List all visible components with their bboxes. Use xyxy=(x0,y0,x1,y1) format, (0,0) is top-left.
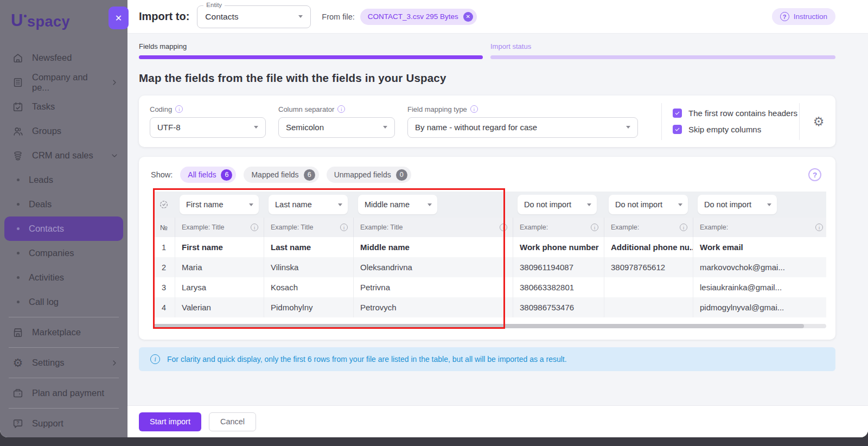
auto-mapping-icon xyxy=(158,199,169,210)
start-import-button[interactable]: Start import xyxy=(139,412,201,431)
chevron-down-icon xyxy=(587,203,591,206)
checkbox-checked-icon xyxy=(673,109,682,118)
info-icon[interactable]: i xyxy=(470,105,478,113)
sidebar-crm-subnav: LeadsDealsContactsCompaniesActivitiesCal… xyxy=(0,168,127,314)
filter-row: Show: All fields6Mapped fields6Unmapped … xyxy=(151,167,835,183)
tab-import-status[interactable]: Import status xyxy=(490,42,835,59)
info-banner-text: For clarity and quick display, only the … xyxy=(167,355,567,364)
mapping-select-4[interactable]: Do not import xyxy=(518,195,597,214)
sidebar-item-marketplace[interactable]: Marketplace xyxy=(0,320,127,345)
help-icon[interactable]: ? xyxy=(808,168,821,181)
table-header-row: №Example: TitleiExample: TitleiExample: … xyxy=(153,218,826,237)
sidebar-item-support[interactable]: ?Support xyxy=(0,411,127,436)
example-header: Example: Titlei xyxy=(353,218,513,237)
checkbox-skip-empty-columns[interactable]: Skip empty columns xyxy=(673,125,797,134)
example-header-label: Example: xyxy=(611,224,639,231)
sidebar-item-leads[interactable]: Leads xyxy=(0,168,127,192)
sidebar-item-label: Tasks xyxy=(32,101,55,112)
filter-chip-unmapped-fields[interactable]: Unmapped fields0 xyxy=(327,167,411,183)
row-number: 3 xyxy=(153,277,175,297)
page-title: Import to: xyxy=(139,10,189,23)
chevron-down-icon xyxy=(249,203,253,206)
sidebar-item-company-and-pe[interactable]: Company and pe... xyxy=(0,70,127,94)
coding-label: Coding xyxy=(150,105,172,113)
sidebar-item-call-log[interactable]: Call log xyxy=(0,290,127,314)
table-cell: 380986753476 xyxy=(513,297,604,317)
chevron-down-icon xyxy=(338,203,342,206)
sidebar-item-label: Marketplace xyxy=(32,327,81,337)
coding-select[interactable]: UTF-8 xyxy=(150,117,266,138)
mapping-type-select[interactable]: By name - without regard for case xyxy=(407,117,638,138)
info-icon[interactable]: i xyxy=(680,224,687,231)
sidebar-item-newsfeed[interactable]: Newsfeed xyxy=(0,46,127,70)
sidebar-item-contacts[interactable]: Contacts xyxy=(4,216,123,241)
filter-chip-all-fields[interactable]: All fields6 xyxy=(180,167,236,183)
mapping-cell: Do not import xyxy=(693,195,826,214)
logo-letter: U xyxy=(11,14,23,28)
people-icon xyxy=(12,125,24,137)
info-icon[interactable]: i xyxy=(591,224,598,231)
filter-chip-mapped-fields[interactable]: Mapped fields6 xyxy=(244,167,318,183)
tab-fields-mapping-progress xyxy=(139,55,483,59)
table-cell: pidmogylnyval@gmai... xyxy=(693,297,826,317)
entity-select-value: Contacts xyxy=(205,12,238,22)
tab-fields-mapping[interactable]: Fields mapping xyxy=(139,42,483,59)
file-chip[interactable]: CONTACT_3.csv 295 Bytes ✕ xyxy=(360,9,477,25)
close-icon: ✕ xyxy=(115,13,122,23)
vertical-divider xyxy=(799,103,800,140)
sidebar-item-plan-and-payment[interactable]: Plan and payment xyxy=(0,381,127,405)
gear-icon[interactable]: ⚙ xyxy=(813,116,825,128)
sidebar-item-settings[interactable]: ⚙Settings xyxy=(0,351,127,375)
table-cell: 380978765612 xyxy=(604,257,693,277)
info-icon[interactable]: i xyxy=(251,224,258,231)
table-cell: Middle name xyxy=(353,237,513,257)
import-steps: Fields mapping Import status xyxy=(127,34,868,59)
scrollbar-thumb[interactable] xyxy=(153,324,804,328)
sidebar-item-activities[interactable]: Activities xyxy=(0,265,127,290)
chevron-down-icon xyxy=(383,126,387,129)
sidebar-item-deals[interactable]: Deals xyxy=(0,192,127,216)
instruction-button[interactable]: ? Instruction xyxy=(772,8,835,25)
remove-file-button[interactable]: ✕ xyxy=(463,12,473,22)
store-icon xyxy=(12,327,24,339)
table-cell: 380961194087 xyxy=(513,257,604,277)
cancel-button[interactable]: Cancel xyxy=(209,412,256,431)
example-header: Example:i xyxy=(693,218,826,237)
bullet-icon xyxy=(17,252,20,254)
example-header: Example:i xyxy=(604,218,693,237)
modal-footer: Start import Cancel xyxy=(127,405,868,437)
gear-icon: ⚙ xyxy=(12,357,24,369)
example-header-label: Example: xyxy=(520,224,548,231)
table-row: 3LarysaKosachPetrivna380663382801lesiauk… xyxy=(153,277,826,297)
info-icon: i xyxy=(150,354,160,364)
sidebar-item-crm-and-sales[interactable]: CRM and sales xyxy=(0,143,127,168)
checkbox-first-row-headers[interactable]: The first row contains headers xyxy=(673,109,797,118)
sidebar-item-groups[interactable]: Groups xyxy=(0,119,127,143)
mapping-select-5[interactable]: Do not import xyxy=(609,195,688,214)
sidebar-item-companies[interactable]: Companies xyxy=(0,241,127,265)
info-icon[interactable]: i xyxy=(337,105,345,113)
mapping-select-6[interactable]: Do not import xyxy=(698,195,777,214)
sidebar-item-tasks[interactable]: Tasks xyxy=(0,94,127,119)
section-heading: Map the fields from the file with the fi… xyxy=(139,72,835,85)
entity-select[interactable]: Entity Contacts xyxy=(197,5,311,28)
table-cell: Larysa xyxy=(175,277,264,297)
checkbox-checked-icon xyxy=(673,125,682,134)
sidebar-close-button[interactable]: ✕ xyxy=(108,7,129,29)
fields-mapping-panel: Show: All fields6Mapped fields6Unmapped … xyxy=(139,157,835,340)
mapping-select-3[interactable]: Middle name xyxy=(358,195,437,214)
wallet-icon xyxy=(12,387,24,399)
checkbox-skip-empty-columns-label: Skip empty columns xyxy=(688,125,761,134)
info-icon[interactable]: i xyxy=(815,224,823,231)
info-icon[interactable]: i xyxy=(340,224,348,231)
info-icon[interactable]: i xyxy=(175,105,183,113)
separator-select[interactable]: Semicolon xyxy=(278,117,395,138)
mapping-select-1[interactable]: First name xyxy=(180,195,259,214)
info-icon[interactable]: i xyxy=(500,224,507,231)
mapping-table: First nameLast nameMiddle nameDo not imp… xyxy=(153,192,826,317)
mapping-select-value: Last name xyxy=(275,200,312,209)
mapping-select-2[interactable]: Last name xyxy=(269,195,348,214)
example-header-label: Example: Title xyxy=(271,224,314,231)
table-cell: Additional phone nu... xyxy=(604,237,693,257)
filter-chip-label: Mapped fields xyxy=(251,170,298,179)
